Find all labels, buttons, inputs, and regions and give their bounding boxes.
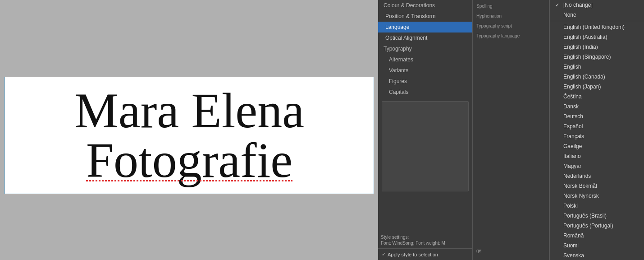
- dropdown-item-none[interactable]: None: [550, 10, 644, 20]
- canvas-area: Mara Elena Fotografie: [0, 0, 378, 260]
- dropdown-item-ga[interactable]: Gaeilge: [550, 141, 644, 151]
- dropdown-item-ro[interactable]: Română: [550, 231, 644, 241]
- dropdown-item-en-uk[interactable]: English (United Kingdom): [550, 22, 644, 32]
- dropdown-item-de[interactable]: Deutsch: [550, 111, 644, 121]
- spellcheck-underline: [86, 180, 292, 181]
- style-settings-title: Style settings:: [381, 235, 470, 240]
- sidebar-item-optical-alignment[interactable]: Optical Alignment: [378, 32, 472, 43]
- dropdown-item-en-ca[interactable]: English (Canada): [550, 72, 644, 82]
- dropdown-item-pl[interactable]: Polski: [550, 201, 644, 211]
- text-line2: Fotografie: [86, 135, 292, 185]
- typography-language-label: Typography language: [476, 33, 545, 38]
- dropdown-item-hu[interactable]: Magyar: [550, 161, 644, 171]
- settings-content-area: [382, 101, 469, 191]
- sidebar-item-colour-decorations[interactable]: Colour & Decorations: [378, 0, 472, 11]
- typography-script-label: Typography script: [476, 23, 545, 28]
- dropdown-item-fr[interactable]: Français: [550, 131, 644, 141]
- dropdown-item-en-in[interactable]: English (India): [550, 42, 644, 52]
- language-dropdown-list: [No change]NoneEnglish (United Kingdom)E…: [550, 0, 644, 260]
- sidebar-item-alternates[interactable]: Alternates: [378, 54, 472, 65]
- style-settings-box: Style settings: Font: WindSong; Font wei…: [378, 232, 472, 248]
- dropdown-item-en[interactable]: English: [550, 62, 644, 72]
- apply-style-label: Apply style to selection: [388, 252, 438, 257]
- sidebar-item-typography[interactable]: Typography: [378, 43, 472, 54]
- dropdown-item-sv[interactable]: Svenska: [550, 251, 644, 260]
- sidebar-item-variants[interactable]: Variants: [378, 65, 472, 76]
- language-right-label: ge:: [476, 248, 545, 253]
- dropdown-item-en-au[interactable]: English (Australia): [550, 32, 644, 42]
- dropdown-panel[interactable]: [No change]NoneEnglish (United Kingdom)E…: [549, 0, 644, 260]
- dropdown-item-en-jp[interactable]: English (Japan): [550, 82, 644, 92]
- dropdown-item-pt-br[interactable]: Português (Brasil): [550, 211, 644, 221]
- dropdown-item-nl[interactable]: Nederlands: [550, 171, 644, 181]
- right-panel: Colour & Decorations Position & Transfor…: [378, 0, 644, 260]
- sidebar-item-capitals[interactable]: Capitals: [378, 87, 472, 98]
- text-line1: Mara Elena: [74, 86, 304, 135]
- spelling-label: Spelling: [476, 4, 545, 9]
- text-frame: Mara Elena Fotografie: [5, 77, 374, 194]
- dropdown-item-fi[interactable]: Suomi: [550, 241, 644, 251]
- sidebar-item-language[interactable]: Language: [378, 22, 472, 32]
- hyphenation-label: Hyphenation: [476, 14, 545, 19]
- dropdown-item-es[interactable]: Español: [550, 121, 644, 131]
- dropdown-item-no-change[interactable]: [No change]: [550, 0, 644, 10]
- sidebar-item-position-transform[interactable]: Position & Transform: [378, 11, 472, 22]
- style-panel: Colour & Decorations Position & Transfor…: [378, 0, 473, 260]
- dropdown-divider: [550, 21, 644, 21]
- dropdown-item-da[interactable]: Dansk: [550, 102, 644, 111]
- dropdown-item-nb[interactable]: Norsk Bokmål: [550, 181, 644, 191]
- dropdown-item-cs[interactable]: Čeština: [550, 92, 644, 102]
- apply-style-checkmark: ✓: [382, 251, 386, 257]
- dropdown-item-en-sg[interactable]: English (Singapore): [550, 52, 644, 62]
- dropdown-item-pt-pt[interactable]: Português (Portugal): [550, 221, 644, 231]
- sidebar-item-figures[interactable]: Figures: [378, 76, 472, 87]
- dropdown-item-nn[interactable]: Norsk Nynorsk: [550, 191, 644, 201]
- style-settings-value: Font: WindSong; Font weight: M: [381, 241, 470, 246]
- dropdown-item-it[interactable]: Italiano: [550, 151, 644, 161]
- apply-style-row[interactable]: ✓ Apply style to selection: [378, 248, 472, 260]
- settings-area: Spelling Hyphenation Typography script T…: [473, 0, 549, 260]
